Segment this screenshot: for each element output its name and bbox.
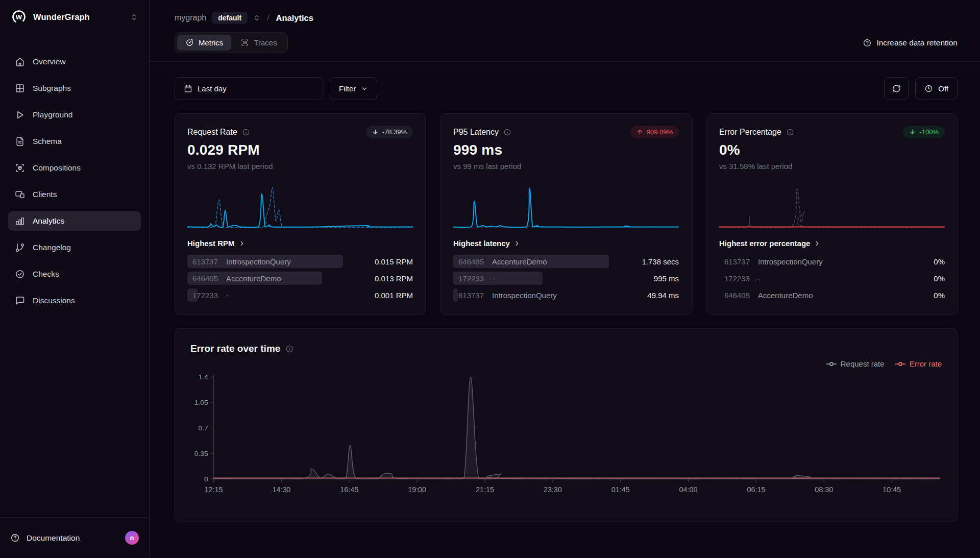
operation-row[interactable]: 613737 IntrospectionQuery 49.94 ms <box>453 288 679 302</box>
highest-latency-link[interactable]: Highest latency <box>453 239 679 248</box>
chart-title: Error rate over time <box>190 343 280 354</box>
help-circle-icon <box>10 533 20 543</box>
organization-switcher[interactable]: W WunderGraph <box>0 0 149 34</box>
auto-refresh-toggle[interactable]: Off <box>915 77 958 100</box>
cube-brackets-icon <box>15 163 25 173</box>
chevrons-up-down-icon[interactable] <box>130 13 138 21</box>
graph-variant-badge[interactable]: default <box>212 12 248 24</box>
trend-value: 909.09% <box>647 128 673 136</box>
sidebar-item-overview[interactable]: Overview <box>8 52 141 71</box>
svg-text:16:45: 16:45 <box>340 486 358 494</box>
legend-label: Error rate <box>910 359 942 368</box>
operation-name: - <box>492 274 495 283</box>
error-rate-chart: 00.350.71.051.412:1514:3016:4519:0021:15… <box>190 370 942 498</box>
sidebar-item-schema[interactable]: Schema <box>8 132 141 151</box>
increase-data-retention-link[interactable]: Increase data retention <box>863 38 958 47</box>
svg-text:0.35: 0.35 <box>194 450 208 457</box>
page-title: Analytics <box>276 13 313 23</box>
legend-request-rate[interactable]: Request rate <box>826 359 885 368</box>
legend-error-rate[interactable]: Error rate <box>895 359 942 368</box>
metric-value: 0% <box>719 142 945 158</box>
arrow-down-icon <box>372 129 379 135</box>
filter-toolbar: Last day Filter Off <box>175 77 958 100</box>
sidebar-item-changelog[interactable]: Changelog <box>8 238 141 257</box>
operation-row[interactable]: 646405 AccentureDemo 0.013 RPM <box>187 271 413 285</box>
main-content: mygraph default / Analytics Metrics Trac… <box>150 0 980 522</box>
bar-chart-icon <box>15 216 25 226</box>
tab-traces[interactable]: Traces <box>232 35 285 51</box>
operation-value: 0% <box>934 274 945 283</box>
chevron-right-icon <box>238 240 246 247</box>
sidebar-item-checks[interactable]: Checks <box>8 264 141 284</box>
git-branch-icon <box>15 242 25 253</box>
operation-id: 613737 <box>187 257 226 266</box>
operation-name: IntrospectionQuery <box>226 257 291 266</box>
filter-dropdown[interactable]: Filter <box>330 77 377 100</box>
list-title: Highest RPM <box>187 239 235 248</box>
chevron-down-icon <box>361 85 368 92</box>
svg-text:0: 0 <box>204 475 208 483</box>
list-title: Highest latency <box>453 239 510 248</box>
user-avatar[interactable]: n <box>125 531 139 545</box>
highest-rpm-link[interactable]: Highest RPM <box>187 239 413 248</box>
sidebar-item-compositions[interactable]: Compositions <box>8 158 141 178</box>
metric-value: 999 ms <box>453 142 679 158</box>
request-rate-card: Request Rate -78.39% 0.029 RPM vs 0.132 … <box>175 113 426 315</box>
operation-row[interactable]: 613737 IntrospectionQuery 0.015 RPM <box>187 254 413 269</box>
highest-error-percentage-link[interactable]: Highest error percentage <box>719 239 945 248</box>
operation-id: 613737 <box>719 257 758 266</box>
operation-id: 613737 <box>453 291 492 300</box>
request-rate-sparkline <box>187 183 413 230</box>
sidebar-item-subgraphs[interactable]: Subgraphs <box>8 79 141 98</box>
tab-metrics[interactable]: Metrics <box>177 35 231 51</box>
clock-icon <box>924 84 933 93</box>
help-circle-icon <box>863 38 872 47</box>
operation-row[interactable]: 172233 - 0% <box>719 271 945 285</box>
operation-value: 0.015 RPM <box>375 257 413 266</box>
info-icon[interactable] <box>786 128 794 136</box>
operation-row[interactable]: 613737 IntrospectionQuery 0% <box>719 254 945 269</box>
operation-row[interactable]: 172233 - 0.001 RPM <box>187 288 413 302</box>
sidebar-item-playground[interactable]: Playground <box>8 105 141 125</box>
arrow-down-icon <box>909 129 916 135</box>
operation-row[interactable]: 646405 AccentureDemo 1.738 secs <box>453 254 679 269</box>
breadcrumb-graph-name: mygraph <box>175 13 206 22</box>
trend-badge: -78.39% <box>366 126 413 138</box>
grid-icon <box>15 83 25 93</box>
operation-id: 172233 <box>187 291 226 300</box>
metric-compare: vs 99 ms last period <box>453 162 679 171</box>
sidebar-nav: Overview Subgraphs Playground Schema Com… <box>0 34 149 310</box>
chevron-right-icon <box>814 240 821 247</box>
info-icon[interactable] <box>242 128 250 136</box>
operation-value: 0% <box>934 257 945 266</box>
metric-compare: vs 31.58% last period <box>719 162 945 171</box>
operation-id: 646405 <box>187 274 226 283</box>
info-icon[interactable] <box>503 128 511 136</box>
auto-refresh-state: Off <box>938 84 948 93</box>
date-range-picker[interactable]: Last day <box>175 77 323 100</box>
sidebar-item-label: Discussions <box>33 296 75 305</box>
documentation-link[interactable]: Documentation <box>27 533 80 543</box>
operation-row[interactable]: 172233 - 995 ms <box>453 271 679 285</box>
legend-label: Request rate <box>841 359 885 368</box>
chevrons-up-down-icon[interactable] <box>253 14 260 21</box>
sidebar-item-label: Schema <box>33 137 62 146</box>
operation-id: 172233 <box>719 274 758 283</box>
operation-row[interactable]: 646405 AccentureDemo 0% <box>719 288 945 302</box>
svg-text:21:15: 21:15 <box>476 486 494 494</box>
card-title: Error Percentage <box>719 128 781 137</box>
sidebar-item-discussions[interactable]: Discussions <box>8 291 141 310</box>
clients-icon <box>15 189 25 200</box>
play-icon <box>15 110 25 120</box>
sidebar-item-analytics[interactable]: Analytics <box>8 211 141 231</box>
sidebar-item-label: Overview <box>33 57 66 66</box>
legend-marker-icon <box>826 361 837 367</box>
scan-bars-icon <box>240 38 249 47</box>
check-circle-icon <box>15 269 25 279</box>
sidebar: W WunderGraph Overview Subgraphs Playgro… <box>0 0 150 558</box>
legend-marker-icon <box>895 361 906 367</box>
svg-text:23:30: 23:30 <box>544 486 562 494</box>
refresh-button[interactable] <box>884 77 909 100</box>
sidebar-item-clients[interactable]: Clients <box>8 185 141 204</box>
info-icon[interactable] <box>285 345 294 353</box>
